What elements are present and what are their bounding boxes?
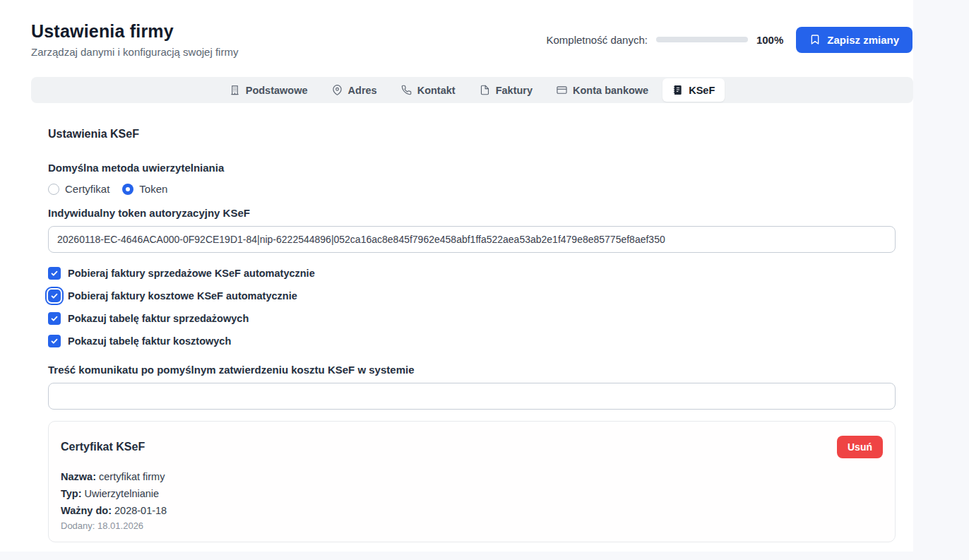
message-input[interactable] bbox=[48, 383, 896, 410]
completeness-label: Kompletność danych: bbox=[547, 34, 648, 46]
certificate-fields: Nazwa: certyfikat firmy Typ: Uwierzyteln… bbox=[61, 468, 883, 531]
certificate-added-date: Dodany: 18.01.2026 bbox=[61, 520, 883, 531]
checkbox-checked-icon[interactable] bbox=[48, 290, 61, 302]
page-header: Ustawienia firmy Zarządzaj danymi i konf… bbox=[0, 0, 913, 58]
save-changes-label: Zapisz zmiany bbox=[827, 34, 899, 46]
tab-label: Kontakt bbox=[417, 85, 456, 96]
tab-label: Konta bankowe bbox=[573, 85, 648, 96]
radio-label: Certyfikat bbox=[65, 183, 109, 195]
certificate-title: Certyfikat KSeF bbox=[61, 441, 145, 453]
field-label: Ważny do: bbox=[61, 505, 112, 516]
certificate-field-wazny-do: Ważny do: 2028-01-18 bbox=[61, 502, 883, 519]
tab-podstawowe[interactable]: Podstawowe bbox=[220, 78, 318, 102]
radio-checked-icon[interactable] bbox=[122, 184, 133, 195]
page-title-block: Ustawienia firmy Zarządzaj danymi i konf… bbox=[31, 21, 238, 58]
checkbox-checked-icon[interactable] bbox=[48, 335, 61, 347]
certificate-field-nazwa: Nazwa: certyfikat firmy bbox=[61, 468, 883, 485]
auth-method-label: Domyślna metoda uwierzytelniania bbox=[48, 162, 896, 174]
ksef-checkbox-group: Pobieraj faktury sprzedażowe KSeF automa… bbox=[48, 266, 896, 349]
page-subtitle: Zarządzaj danymi i konfiguracją swojej f… bbox=[31, 46, 238, 58]
document-icon bbox=[480, 85, 490, 95]
ksef-settings-content: Ustawienia KSeF Domyślna metoda uwierzyt… bbox=[0, 128, 913, 542]
checkbox-label: Pokazuj tabelę faktur sprzedażowych bbox=[68, 313, 249, 324]
field-value: Uwierzytelnianie bbox=[85, 488, 160, 499]
section-title: Ustawienia KSeF bbox=[48, 128, 896, 141]
certificate-card-header: Certyfikat KSeF Usuń bbox=[61, 436, 883, 458]
message-field-label: Treść komunikatu po pomyślnym zatwierdze… bbox=[48, 364, 896, 376]
building-icon bbox=[230, 85, 240, 95]
credit-card-icon bbox=[557, 85, 567, 95]
phone-icon bbox=[401, 85, 412, 95]
field-label: Nazwa: bbox=[61, 471, 96, 482]
company-settings-panel: Ustawienia firmy Zarządzaj danymi i konf… bbox=[0, 0, 913, 552]
tab-kontakt[interactable]: Kontakt bbox=[391, 78, 465, 102]
save-changes-button[interactable]: Zapisz zmiany bbox=[796, 27, 912, 53]
checkbox-checked-icon[interactable] bbox=[48, 267, 61, 280]
checkbox-label: Pobieraj faktury kosztowe KSeF automatyc… bbox=[68, 290, 297, 302]
completeness-progress-bar bbox=[656, 37, 748, 42]
tab-adres[interactable]: Adres bbox=[322, 78, 387, 102]
radio-label: Token bbox=[139, 183, 167, 195]
map-pin-icon bbox=[332, 85, 343, 95]
radio-option-certyfikat[interactable]: Certyfikat bbox=[48, 183, 109, 195]
tab-konta-bankowe[interactable]: Konta bankowe bbox=[547, 78, 658, 102]
tab-ksef[interactable]: KSeF bbox=[662, 78, 725, 102]
field-value: 2028-01-18 bbox=[114, 505, 167, 516]
receipt-icon bbox=[672, 85, 683, 95]
tab-label: Faktury bbox=[496, 85, 533, 96]
checkbox-pobieraj-kosztowe[interactable]: Pobieraj faktury kosztowe KSeF automatyc… bbox=[48, 288, 896, 304]
radio-option-token[interactable]: Token bbox=[122, 183, 167, 195]
radio-unchecked-icon[interactable] bbox=[48, 184, 59, 195]
bookmark-icon bbox=[809, 34, 821, 45]
checkbox-pobieraj-sprzedazowe[interactable]: Pobieraj faktury sprzedażowe KSeF automa… bbox=[48, 266, 896, 281]
tab-label: Adres bbox=[348, 85, 377, 96]
checkbox-pokazuj-kosztowych[interactable]: Pokazuj tabelę faktur kosztowych bbox=[48, 333, 896, 349]
checkbox-checked-icon[interactable] bbox=[48, 312, 61, 325]
delete-certificate-button[interactable]: Usuń bbox=[837, 436, 883, 458]
checkbox-pokazuj-sprzedazowych[interactable]: Pokazuj tabelę faktur sprzedażowych bbox=[48, 311, 896, 326]
completeness-value: 100% bbox=[756, 34, 783, 46]
checkbox-label: Pokazuj tabelę faktur kosztowych bbox=[68, 335, 231, 347]
tab-faktury[interactable]: Faktury bbox=[470, 78, 542, 102]
certificate-card: Certyfikat KSeF Usuń Nazwa: certyfikat f… bbox=[48, 421, 896, 542]
settings-tabbar: Podstawowe Adres Kontakt Faktury Konta b… bbox=[31, 77, 913, 103]
field-value: certyfikat firmy bbox=[99, 471, 165, 482]
certificate-field-typ: Typ: Uwierzytelnianie bbox=[61, 485, 883, 502]
token-field-label: Indywidualny token autoryzacyjny KSeF bbox=[48, 207, 896, 219]
checkbox-label: Pobieraj faktury sprzedażowe KSeF automa… bbox=[68, 268, 315, 279]
page-title: Ustawienia firmy bbox=[31, 21, 238, 42]
tab-label: Podstawowe bbox=[246, 85, 308, 96]
auth-method-radio-group: Certyfikat Token bbox=[48, 183, 896, 195]
header-actions: Kompletność danych: 100% Zapisz zmiany bbox=[547, 27, 914, 53]
token-input[interactable] bbox=[48, 226, 896, 253]
field-label: Typ: bbox=[61, 488, 82, 499]
tab-label: KSeF bbox=[689, 85, 715, 96]
